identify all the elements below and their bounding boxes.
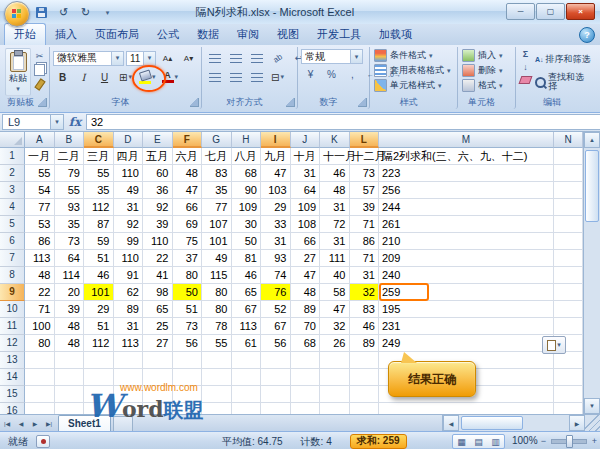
format-as-table-button[interactable]: 套用表格格式 ▾ [373, 63, 454, 78]
cell-A6[interactable]: 86 [25, 233, 55, 250]
row-header-8[interactable]: 8 [0, 267, 25, 284]
cell-K8[interactable]: 40 [320, 267, 350, 284]
cell-L5[interactable]: 71 [350, 216, 380, 233]
row-header-5[interactable]: 5 [0, 216, 25, 233]
vertical-scroll-thumb[interactable] [585, 150, 599, 222]
page-layout-view-button[interactable]: ▤ [470, 435, 487, 448]
font-color-button[interactable]: A ▾ [160, 68, 181, 86]
help-button[interactable]: ? [579, 27, 595, 43]
cell-B2[interactable]: 79 [55, 165, 85, 182]
cell-J7[interactable]: 27 [291, 250, 321, 267]
column-header-G[interactable]: G [202, 132, 232, 148]
insert-function-button[interactable]: fx [64, 115, 86, 129]
sort-filter-button[interactable]: A↓ 排序和筛选 [535, 48, 591, 70]
cell-M8[interactable]: 240 [379, 267, 554, 284]
cell-I15[interactable] [261, 386, 291, 403]
cell-K5[interactable]: 72 [320, 216, 350, 233]
cell-J3[interactable]: 64 [291, 182, 321, 199]
cell-M10[interactable]: 195 [379, 301, 554, 318]
cell-H2[interactable]: 68 [232, 165, 262, 182]
cell-B1[interactable]: 二月 [55, 148, 85, 165]
column-header-I[interactable]: I [261, 132, 291, 148]
align-left-button[interactable] [205, 68, 224, 86]
cell-H14[interactable] [232, 369, 262, 386]
cell-D2[interactable]: 110 [114, 165, 144, 182]
cell-G5[interactable]: 107 [202, 216, 232, 233]
cell-F15[interactable] [173, 386, 203, 403]
font-name-combo[interactable]: 微软雅黑 ▾ [53, 51, 124, 66]
italic-button[interactable]: I [74, 68, 93, 86]
tab-home[interactable]: 开始 [4, 23, 46, 46]
column-header-M[interactable]: M [379, 132, 554, 148]
column-header-C[interactable]: C [84, 132, 114, 148]
cell-K7[interactable]: 111 [320, 250, 350, 267]
cell-D15[interactable] [114, 386, 144, 403]
cell-K3[interactable]: 48 [320, 182, 350, 199]
cell-E10[interactable]: 65 [143, 301, 173, 318]
cell-F7[interactable]: 37 [173, 250, 203, 267]
zoom-out-button[interactable]: − [538, 436, 549, 447]
cell-A14[interactable] [25, 369, 55, 386]
cell-B11[interactable]: 48 [55, 318, 85, 335]
cell-D8[interactable]: 91 [114, 267, 144, 284]
cell-L3[interactable]: 57 [350, 182, 380, 199]
cell-C12[interactable]: 112 [84, 335, 114, 352]
horizontal-scroll-thumb[interactable] [461, 416, 523, 430]
cell-I7[interactable]: 93 [261, 250, 291, 267]
cell-N9[interactable] [554, 284, 583, 301]
cell-L16[interactable] [350, 403, 380, 414]
cell-K6[interactable]: 31 [320, 233, 350, 250]
row-header-4[interactable]: 4 [0, 199, 25, 216]
cell-K13[interactable] [320, 352, 350, 369]
insert-worksheet-tab[interactable] [113, 416, 133, 431]
find-select-button[interactable]: 查找和选择 [535, 71, 591, 93]
cell-C2[interactable]: 55 [84, 165, 114, 182]
cell-J13[interactable] [291, 352, 321, 369]
cell-L8[interactable]: 31 [350, 267, 380, 284]
cell-F9[interactable]: 50 [173, 284, 203, 301]
row-header-14[interactable]: 14 [0, 369, 25, 386]
cell-H1[interactable]: 八月 [232, 148, 262, 165]
tab-developer[interactable]: 开发工具 [308, 24, 370, 45]
cell-F3[interactable]: 47 [173, 182, 203, 199]
cell-C8[interactable]: 46 [84, 267, 114, 284]
sheet-tab-sheet1[interactable]: Sheet1 [58, 415, 111, 431]
cell-K10[interactable]: 47 [320, 301, 350, 318]
cell-A10[interactable]: 71 [25, 301, 55, 318]
cell-N16[interactable] [554, 403, 583, 414]
cell-J4[interactable]: 109 [291, 199, 321, 216]
cell-L9[interactable]: 32 [350, 284, 380, 301]
autosum-button[interactable]: Σ [519, 48, 532, 60]
cell-I1[interactable]: 九月 [261, 148, 291, 165]
row-header-6[interactable]: 6 [0, 233, 25, 250]
tab-insert[interactable]: 插入 [46, 24, 86, 45]
first-sheet-button[interactable]: |◀ [0, 416, 14, 430]
cell-N6[interactable] [554, 233, 583, 250]
column-header-H[interactable]: H [232, 132, 262, 148]
cell-A15[interactable] [25, 386, 55, 403]
cell-F10[interactable]: 51 [173, 301, 203, 318]
cell-F2[interactable]: 48 [173, 165, 203, 182]
cell-C5[interactable]: 87 [84, 216, 114, 233]
cell-J15[interactable] [291, 386, 321, 403]
cell-B10[interactable]: 39 [55, 301, 85, 318]
cell-B16[interactable] [55, 403, 85, 414]
row-header-13[interactable]: 13 [0, 352, 25, 369]
align-top-button[interactable] [205, 49, 224, 67]
cell-C11[interactable]: 51 [84, 318, 114, 335]
cell-B5[interactable]: 35 [55, 216, 85, 233]
column-header-N[interactable]: N [554, 132, 583, 148]
cell-F6[interactable]: 75 [173, 233, 203, 250]
insert-cells-button[interactable]: 插入 ▾ [461, 48, 512, 63]
cell-J9[interactable]: 48 [291, 284, 321, 301]
cell-K15[interactable] [320, 386, 350, 403]
cell-L7[interactable]: 71 [350, 250, 380, 267]
cell-K2[interactable]: 46 [320, 165, 350, 182]
paste-button[interactable]: 粘贴 ▾ [5, 48, 31, 96]
cell-H4[interactable]: 109 [232, 199, 262, 216]
align-bottom-button[interactable] [247, 49, 266, 67]
cell-K14[interactable] [320, 369, 350, 386]
cell-D13[interactable] [114, 352, 144, 369]
cell-G10[interactable]: 80 [202, 301, 232, 318]
cell-A5[interactable]: 53 [25, 216, 55, 233]
